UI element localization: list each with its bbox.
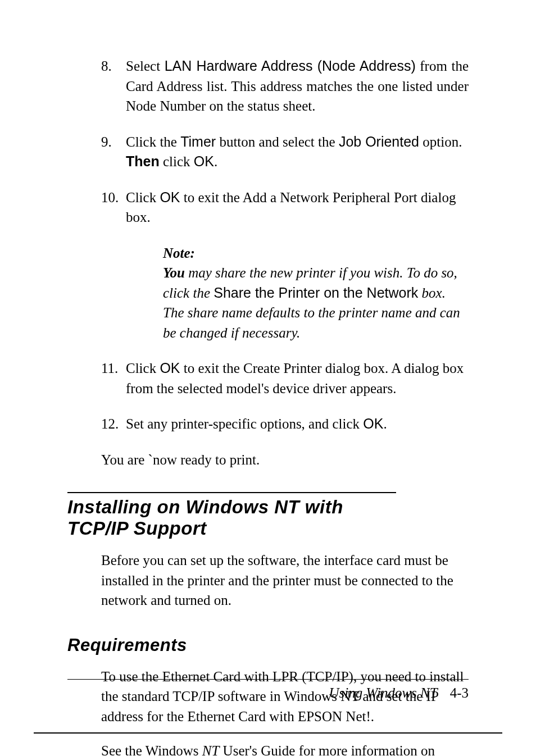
ui-term: OK [194,153,214,169]
item-body: Set any printer-specific options, and cl… [126,414,469,434]
item-number: 9. [101,132,126,172]
text: Click [126,361,160,376]
item-body: Click OK to exit the Create Printer dial… [126,358,469,398]
paragraph-intro: Before you can set up the software, the … [101,550,469,611]
text: Click the [126,134,180,149]
ui-term: Job Oriented [339,134,419,149]
list-item-9: 9. Click the Timer button and select the… [101,132,469,172]
footer-title: Using Windows NT [329,685,438,700]
text: . [383,416,387,431]
text: Set any printer-specific options, and cl… [126,416,363,431]
footer-page-number: 4-3 [450,685,469,700]
paragraph-ready: You are `now ready to print. [101,450,469,470]
note-body: You may share the new printer if you wis… [163,263,469,343]
text: Click [126,190,160,205]
ui-term: Timer [180,134,216,149]
text: click [160,154,194,169]
note-emph: You [163,265,185,280]
list-item-12: 12. Set any printer-specific options, an… [101,414,469,434]
ui-term: OK [160,360,180,376]
text: button and select the [216,134,339,149]
text-italic: NT [202,743,220,756]
ordered-list: 8. Select LAN Hardware Address (Node Add… [101,56,469,434]
item-body: Click OK to exit the Add a Network Perip… [126,188,469,227]
bottom-rule [34,732,502,734]
ui-term: OK [160,189,180,205]
item-number: 10. [101,188,126,227]
note-heading: Note: [163,243,469,263]
footer-rule [67,679,469,680]
text: Select [126,58,165,74]
item-body: Select LAN Hardware Address (Node Addres… [126,56,469,116]
ui-term: Share the Printer on the Network [214,285,418,300]
heading-2: Requirements [67,635,469,655]
list-item-8: 8. Select LAN Hardware Address (Node Add… [101,56,469,116]
list-item-10: 10. Click OK to exit the Add a Network P… [101,188,469,227]
item-body: Click the Timer button and select the Jo… [126,132,469,172]
ui-term-bold: Then [126,153,160,169]
text: . [214,154,217,169]
ui-term: LAN Hardware Address (Node Address) [165,58,416,74]
ui-term: OK [363,416,383,431]
heading-1: Installing on Windows NT with TCP/IP Sup… [67,492,396,539]
list-item-11: 11. Click OK to exit the Create Printer … [101,358,469,398]
page: 8. Select LAN Hardware Address (Node Add… [0,0,536,756]
text: option. [419,134,462,149]
note-block: Note: You may share the new printer if y… [163,243,469,343]
item-number: 12. [101,414,126,434]
item-number: 11. [101,358,126,398]
paragraph-req2: See the Windows NT User's Guide for more… [101,741,469,756]
page-footer: Using Windows NT4-3 [329,685,469,701]
text: See the Windows [101,743,202,756]
item-number: 8. [101,56,126,116]
